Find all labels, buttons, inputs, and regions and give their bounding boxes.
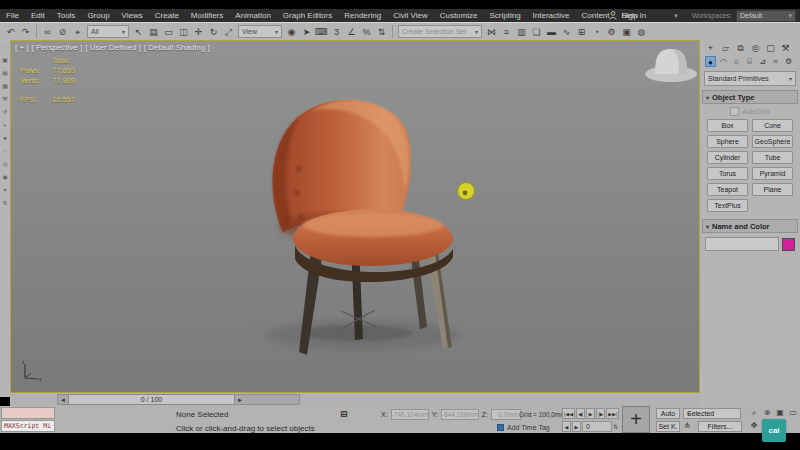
unlink-selection-icon[interactable]: ⊘	[55, 25, 70, 39]
menu-item-civil-view[interactable]: Civil View	[387, 11, 434, 20]
workspace-dropdown[interactable]: Default ▾	[736, 10, 796, 22]
menu-item-scripting[interactable]: Scripting	[483, 11, 526, 20]
menu-item-tools[interactable]: Tools	[51, 11, 82, 20]
primitive-button-torus[interactable]: Torus	[707, 167, 748, 180]
key-selection-dropdown[interactable]: Selected ▾	[683, 408, 741, 419]
primitive-button-teapot[interactable]: Teapot	[707, 183, 748, 196]
render-production-icon[interactable]: ◍	[634, 25, 649, 39]
left-toolbar-icon[interactable]: ↯	[2, 200, 7, 206]
undo-icon[interactable]: ↶	[3, 25, 18, 39]
left-toolbar-icon[interactable]: ◉	[2, 174, 7, 180]
left-toolbar-icon[interactable]: ●	[3, 135, 7, 141]
left-toolbar-icon[interactable]: ◌	[3, 44, 7, 50]
coord-x-field[interactable]: -746,104mm	[391, 409, 429, 420]
coord-y-field[interactable]: -844,166mm	[441, 409, 479, 420]
auto-key-button[interactable]: Auto	[656, 408, 680, 419]
previous-frame-icon[interactable]: ◀|	[576, 408, 585, 419]
schematic-view-icon[interactable]: ⊞	[574, 25, 589, 39]
viewport-menu-general[interactable]: [ + ]	[15, 43, 29, 52]
primitive-button-box[interactable]: Box	[707, 119, 748, 132]
hierarchy-tab-icon[interactable]: ⧉	[735, 43, 746, 54]
mirror-icon[interactable]: ⋈	[484, 25, 499, 39]
frame-spinner[interactable]: ⇅	[613, 423, 618, 430]
select-by-name-icon[interactable]: ▤	[146, 25, 161, 39]
modify-tab-icon[interactable]: ▱	[720, 43, 731, 54]
maxscript-mini-listener-white[interactable]: MAXScript Mi	[1, 420, 55, 432]
time-slider-track[interactable]: ◄ 0 / 100 ►	[57, 394, 300, 405]
key-filters-icon[interactable]: ⋔	[684, 421, 691, 430]
create-new-key-button[interactable]: +	[622, 406, 650, 433]
zoom-icon[interactable]: ⌕	[748, 407, 760, 419]
primitive-button-plane[interactable]: Plane	[752, 183, 793, 196]
systems-category-icon[interactable]: ⚙	[783, 56, 794, 67]
select-and-scale-icon[interactable]: ⤢	[221, 25, 236, 39]
zoom-extents-icon[interactable]: ▣	[774, 407, 786, 419]
reference-coordinate-dropdown[interactable]: View ▾	[238, 25, 282, 38]
go-to-start-icon[interactable]: |◀◀	[562, 408, 575, 419]
sign-in-button[interactable]: Sign In	[621, 11, 646, 20]
left-toolbar-icon[interactable]: ◐	[3, 122, 7, 128]
play-icon[interactable]: ▶	[586, 408, 595, 419]
menu-item-rendering[interactable]: Rendering	[338, 11, 387, 20]
select-and-rotate-icon[interactable]: ↻	[206, 25, 221, 39]
material-editor-icon[interactable]: ◔	[589, 25, 604, 39]
left-toolbar-icon[interactable]: ◎	[2, 161, 7, 167]
current-frame-field[interactable]: 0	[582, 421, 612, 432]
motion-tab-icon[interactable]: ◎	[750, 43, 761, 54]
set-key-button[interactable]: Set K.	[656, 421, 680, 432]
viewport-canvas[interactable]	[11, 41, 699, 392]
primitive-button-geosphere[interactable]: GeoSphere	[752, 135, 793, 148]
menu-item-modifiers[interactable]: Modifiers	[185, 11, 229, 20]
zoom-region-icon[interactable]: ▭	[787, 407, 799, 419]
curve-editor-icon[interactable]: ∿	[559, 25, 574, 39]
viewport-menu-lighting[interactable]: [ User Defined ]	[85, 43, 141, 52]
object-name-field[interactable]	[705, 237, 779, 251]
cameras-category-icon[interactable]: ⌸	[744, 56, 755, 67]
rendered-frame-icon[interactable]: ▣	[619, 25, 634, 39]
menu-item-edit[interactable]: Edit	[25, 11, 51, 20]
keyboard-override-icon[interactable]: ⌨	[314, 25, 329, 39]
utilities-tab-icon[interactable]: ⚒	[780, 43, 791, 54]
spinner-snap-icon[interactable]: ⇅	[374, 25, 389, 39]
menu-item-group[interactable]: Group	[81, 11, 115, 20]
autogrid-checkbox[interactable]	[730, 107, 739, 116]
select-object-icon[interactable]: ↖	[131, 25, 146, 39]
time-slider-prev-icon[interactable]: ◄	[58, 397, 68, 403]
viewport-menu-shading[interactable]: [ Default Shading ]	[144, 43, 210, 52]
primitive-button-sphere[interactable]: Sphere	[707, 135, 748, 148]
left-toolbar-icon[interactable]: ↺	[2, 109, 7, 115]
pan-view-icon[interactable]: ✥	[748, 420, 760, 432]
bind-to-spacewarp-icon[interactable]: ⌖	[70, 25, 85, 39]
menu-item-interactive[interactable]: Interactive	[527, 11, 576, 20]
space-warps-category-icon[interactable]: ≈	[770, 56, 781, 67]
menu-item-create[interactable]: Create	[149, 11, 185, 20]
selection-filter-dropdown[interactable]: All ▾	[87, 25, 129, 38]
percent-snap-icon[interactable]: %	[359, 25, 374, 39]
step-back-icon[interactable]: ◀	[562, 421, 571, 432]
sign-in-caret-icon[interactable]: ▾	[674, 12, 678, 20]
named-selection-set-field[interactable]: Create Selection Set ▾	[398, 25, 482, 38]
left-toolbar-icon[interactable]: ▣	[2, 57, 8, 63]
geometry-category-icon[interactable]: ●	[705, 56, 716, 67]
render-setup-icon[interactable]: ⚙	[604, 25, 619, 39]
snap-toggle-3d-icon[interactable]: 3	[329, 25, 344, 39]
left-toolbar-icon[interactable]: ○	[3, 148, 7, 154]
maxscript-mini-listener-pink[interactable]	[1, 407, 55, 419]
zoom-all-icon[interactable]: ⊕	[761, 407, 773, 419]
selection-region-icon[interactable]: ▭	[161, 25, 176, 39]
left-toolbar-icon[interactable]: ✦	[2, 187, 7, 193]
layer-explorer-icon[interactable]: ❏	[529, 25, 544, 39]
window-crossing-icon[interactable]: ◫	[176, 25, 191, 39]
time-slider-next-icon[interactable]: ►	[235, 397, 245, 403]
menu-item-animation[interactable]: Animation	[229, 11, 277, 20]
primitive-button-textplus[interactable]: TextPlus	[707, 199, 748, 212]
redo-icon[interactable]: ↷	[18, 25, 33, 39]
primitive-button-cone[interactable]: Cone	[752, 119, 793, 132]
absolute-offset-toggle-icon[interactable]: ⊞	[340, 409, 348, 420]
select-and-link-icon[interactable]: ∞	[40, 25, 55, 39]
filters-button[interactable]: Filters...	[698, 421, 742, 432]
primitive-button-pyramid[interactable]: Pyramid	[752, 167, 793, 180]
align-icon[interactable]: ≡	[499, 25, 514, 39]
use-pivot-center-icon[interactable]: ◉	[284, 25, 299, 39]
object-color-swatch[interactable]	[782, 238, 795, 251]
